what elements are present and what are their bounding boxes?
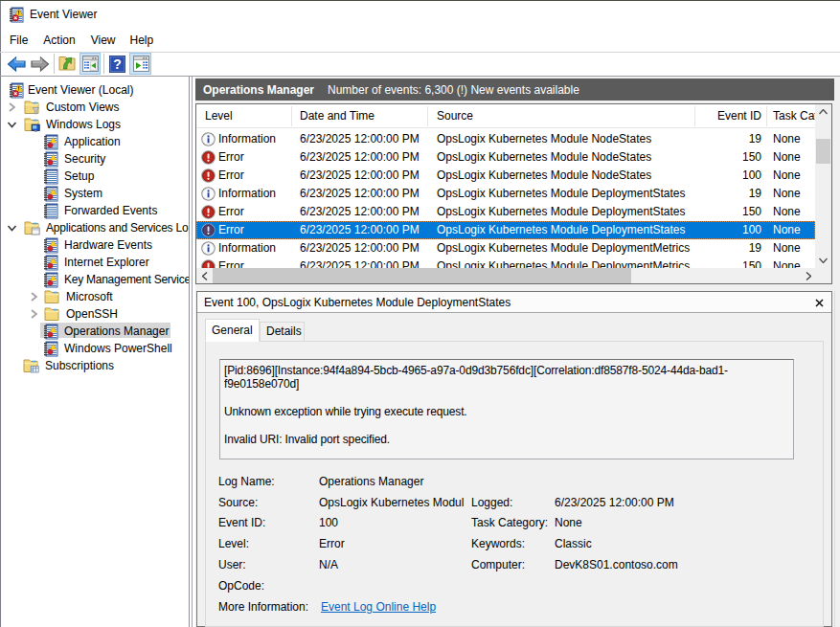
svg-text:?: ? <box>113 56 122 72</box>
